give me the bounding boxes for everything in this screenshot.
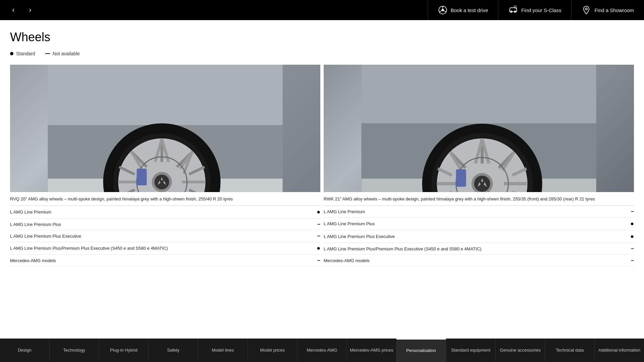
wheel-image-rvq (10, 65, 320, 192)
spec-table-rwk: L AMG Line Premium – L AMG Line Premium … (324, 206, 634, 266)
svg-rect-52 (362, 65, 596, 123)
spec-value: – (624, 246, 634, 252)
spec-value: ● (310, 245, 320, 252)
steering-wheel-icon (438, 5, 447, 15)
spec-label: L AMG Line Premium Plus/Premium Plus Exe… (10, 246, 310, 251)
spec-label: L AMG Line Premium Plus Executive (10, 234, 310, 239)
book-test-drive-label: Book a test drive (451, 7, 488, 13)
nav-item-safety[interactable]: Safety (149, 339, 198, 362)
bottom-navigation: Design Technology Plug-in Hybrid Safety … (0, 339, 644, 362)
location-pin-icon (582, 5, 591, 15)
main-header: ‹ › Book a test drive (0, 0, 644, 20)
legend: Standard Not available (10, 51, 634, 56)
header-actions: Book a test drive Find your S-Class (428, 0, 644, 20)
legend-not-available: Not available (45, 51, 80, 56)
spec-label: L AMG Line Premium (324, 209, 624, 214)
nav-item-additional-information[interactable]: Additional information (595, 339, 644, 362)
legend-standard: Standard (10, 51, 35, 56)
spec-label: L AMG Line Premium Plus (10, 222, 310, 227)
spec-row: Mercedes-AMG models – (10, 255, 320, 266)
wheel-caption-rwk: RWK 21" AMG alloy wheels – multi-spoke d… (324, 192, 634, 206)
svg-line-4 (443, 11, 446, 12)
legend-not-available-label: Not available (53, 51, 80, 56)
forward-button[interactable]: › (23, 3, 37, 17)
svg-rect-49 (137, 169, 147, 185)
wheel-caption-rvq: RVQ 20" AMG alloy wheels – multi-spoke d… (10, 192, 320, 206)
nav-item-standard-equipment[interactable]: Standard equipment (446, 339, 496, 362)
nav-item-plug-in-hybrid[interactable]: Plug-in Hybrid (99, 339, 149, 362)
spec-row: L AMG Line Premium Plus Executive ● (324, 230, 634, 243)
wheel-card-rvq: RVQ 20" AMG alloy wheels – multi-spoke d… (10, 65, 320, 266)
spec-label: Mercedes-AMG models (10, 258, 310, 263)
spec-value: – (624, 208, 634, 215)
find-showroom-link[interactable]: Find a Showroom (571, 0, 644, 20)
nav-arrows: ‹ › (0, 3, 44, 17)
book-test-drive-link[interactable]: Book a test drive (428, 0, 498, 20)
car-search-icon (508, 5, 518, 15)
spec-value: – (310, 221, 320, 227)
spec-row: L AMG Line Premium ● (10, 206, 320, 219)
not-available-dash-icon (45, 53, 50, 54)
nav-item-model-prices[interactable]: Model prices (248, 339, 298, 362)
spec-value: – (310, 257, 320, 263)
spec-table-rvq: L AMG Line Premium ● L AMG Line Premium … (10, 206, 320, 266)
spec-row: L AMG Line Premium Plus ● (324, 218, 634, 230)
spec-label: L AMG Line Premium (10, 209, 310, 215)
spec-label: L AMG Line Premium Plus/Premium Plus Exe… (324, 246, 624, 251)
svg-point-44 (155, 175, 169, 189)
back-button[interactable]: ‹ (7, 3, 20, 17)
spec-label: L AMG Line Premium Plus Executive (324, 234, 624, 239)
page-title: Wheels (10, 30, 634, 44)
spec-row: L AMG Line Premium Plus/Premium Plus Exe… (324, 243, 634, 255)
spec-value: – (310, 233, 320, 239)
spec-row: Mercedes-AMG models – (324, 255, 634, 266)
svg-point-1 (441, 9, 444, 11)
nav-item-genuine-accessories[interactable]: Genuine accessories (496, 339, 545, 362)
spec-label: L AMG Line Premium Plus (324, 221, 624, 226)
nav-item-design[interactable]: Design (0, 339, 50, 362)
spec-row: L AMG Line Premium – (324, 206, 634, 218)
spec-row: L AMG Line Premium Plus – (10, 219, 320, 230)
find-showroom-label: Find a Showroom (594, 7, 634, 13)
spec-row: L AMG Line Premium Plus Executive – (10, 230, 320, 242)
nav-item-mercedes-amg-prices[interactable]: Mercedes-AMG prices (347, 339, 396, 362)
find-s-class-label: Find your S-Class (521, 7, 561, 13)
spec-label: Mercedes-AMG models (324, 258, 624, 263)
standard-dot-icon (10, 52, 13, 55)
wheels-grid: RVQ 20" AMG alloy wheels – multi-spoke d… (10, 65, 634, 266)
nav-item-model-lines[interactable]: Model lines (198, 339, 248, 362)
wheel-card-rwk: RWK 21" AMG alloy wheels – multi-spoke d… (324, 65, 634, 266)
svg-line-3 (439, 11, 442, 12)
svg-rect-88 (456, 169, 466, 187)
nav-item-technical-data[interactable]: Technical data (545, 339, 595, 362)
legend-standard-label: Standard (16, 51, 35, 56)
svg-point-83 (474, 176, 490, 192)
wheel-image-rwk (324, 65, 634, 192)
nav-item-technology[interactable]: Technology (50, 339, 99, 362)
spec-value: ● (624, 233, 634, 240)
spec-value: ● (624, 220, 634, 227)
nav-item-mercedes-amg[interactable]: Mercedes-AMG (298, 339, 347, 362)
find-s-class-link[interactable]: Find your S-Class (498, 0, 571, 20)
svg-point-9 (586, 8, 588, 10)
nav-item-personalisation[interactable]: Personalisation (396, 339, 446, 362)
spec-row: L AMG Line Premium Plus/Premium Plus Exe… (10, 242, 320, 255)
spec-value: ● (310, 208, 320, 216)
svg-rect-12 (48, 65, 283, 125)
main-content: Wheels Standard Not available (0, 20, 644, 307)
spec-value: – (624, 257, 634, 263)
